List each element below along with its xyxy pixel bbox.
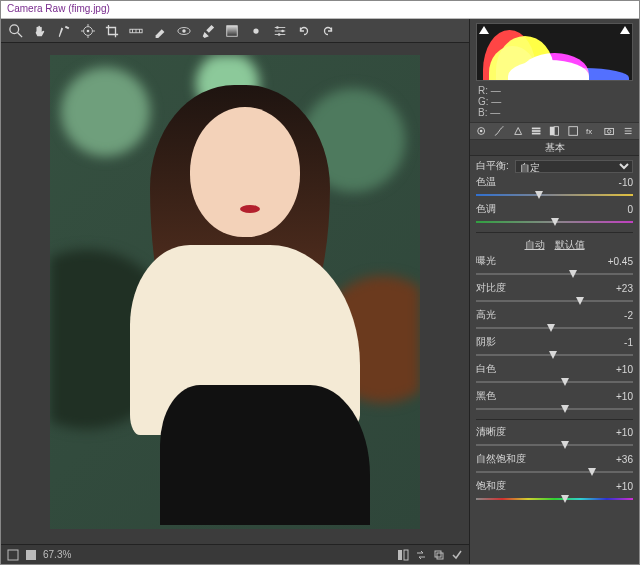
highlight-clip-icon[interactable] xyxy=(620,26,630,34)
detail-tab-icon[interactable] xyxy=(513,125,523,137)
zoom-tool-icon[interactable] xyxy=(9,24,23,38)
svg-rect-33 xyxy=(550,127,554,136)
white-slider[interactable] xyxy=(476,378,633,386)
svg-rect-34 xyxy=(554,127,558,136)
svg-rect-22 xyxy=(8,550,18,560)
shadow-value[interactable]: -1 xyxy=(624,337,633,348)
svg-rect-24 xyxy=(398,550,402,560)
svg-point-19 xyxy=(276,26,279,29)
exposure-slider[interactable] xyxy=(476,270,633,278)
black-value[interactable]: +10 xyxy=(616,391,633,402)
graduated-filter-icon[interactable] xyxy=(225,24,239,38)
svg-point-21 xyxy=(278,33,281,36)
black-slider[interactable] xyxy=(476,405,633,413)
rotate-cw-icon[interactable] xyxy=(321,24,335,38)
tint-label: 色调 xyxy=(476,202,496,216)
svg-rect-32 xyxy=(532,133,541,135)
clarity-value[interactable]: +10 xyxy=(616,427,633,438)
clarity-slider[interactable] xyxy=(476,441,633,449)
adjustment-brush-icon[interactable] xyxy=(201,24,215,38)
svg-line-1 xyxy=(18,32,22,36)
shadow-clip-icon[interactable] xyxy=(479,26,489,34)
highlight-value[interactable]: -2 xyxy=(624,310,633,321)
svg-rect-26 xyxy=(435,551,441,557)
left-pane: 67.3% xyxy=(1,19,469,564)
right-panel: R: — G: — B: — fx 基本 白平衡: 自定 xyxy=(469,19,639,564)
grid-toggle-icon[interactable] xyxy=(7,549,19,561)
svg-point-29 xyxy=(480,130,483,133)
camera-tab-icon[interactable] xyxy=(604,125,614,137)
vibrance-slider[interactable] xyxy=(476,468,633,476)
tint-value[interactable]: 0 xyxy=(627,204,633,215)
white-balance-tool-icon[interactable] xyxy=(57,24,71,38)
curve-tab-icon[interactable] xyxy=(494,125,504,137)
tint-slider[interactable] xyxy=(476,218,633,226)
exposure-label: 曝光 xyxy=(476,254,496,268)
vibrance-label: 自然饱和度 xyxy=(476,452,526,466)
auto-default-row: 自动 默认值 xyxy=(476,238,633,252)
svg-point-0 xyxy=(10,24,19,33)
basic-panel: 白平衡: 自定 色温-10 色调0 自动 默认值 曝光+0.45 对比度+23 … xyxy=(470,156,639,564)
white-value[interactable]: +10 xyxy=(616,364,633,375)
svg-rect-23 xyxy=(26,550,36,560)
single-view-icon[interactable] xyxy=(25,549,37,561)
wb-select[interactable]: 自定 xyxy=(515,160,633,173)
hand-tool-icon[interactable] xyxy=(33,24,47,38)
lens-tab-icon[interactable] xyxy=(568,125,578,137)
svg-point-13 xyxy=(182,29,186,33)
camera-raw-window: Camera Raw (fimg.jpg) xyxy=(0,0,640,565)
clarity-label: 清晰度 xyxy=(476,425,506,439)
svg-rect-25 xyxy=(404,550,408,560)
histogram[interactable] xyxy=(476,23,633,81)
split-tone-tab-icon[interactable] xyxy=(549,125,559,137)
status-bar: 67.3% xyxy=(1,544,469,564)
svg-point-20 xyxy=(281,29,284,32)
contrast-label: 对比度 xyxy=(476,281,506,295)
red-eye-tool-icon[interactable] xyxy=(177,24,191,38)
toggle-mark-icon[interactable] xyxy=(451,549,463,561)
sat-value[interactable]: +10 xyxy=(616,481,633,492)
vibrance-value[interactable]: +36 xyxy=(616,454,633,465)
svg-point-15 xyxy=(253,28,258,33)
panel-title: 基本 xyxy=(470,140,639,156)
svg-point-3 xyxy=(87,29,90,32)
auto-link[interactable]: 自动 xyxy=(525,238,545,252)
svg-rect-35 xyxy=(569,127,578,136)
temp-label: 色温 xyxy=(476,175,496,189)
default-link[interactable]: 默认值 xyxy=(555,238,585,252)
preview-image xyxy=(50,55,420,529)
zoom-level[interactable]: 67.3% xyxy=(43,549,71,560)
shadow-slider[interactable] xyxy=(476,351,633,359)
r-value: R: — xyxy=(478,85,631,96)
temp-value[interactable]: -10 xyxy=(619,177,633,188)
svg-rect-27 xyxy=(437,553,443,559)
basic-tab-icon[interactable] xyxy=(476,125,486,137)
crop-tool-icon[interactable] xyxy=(105,24,119,38)
white-label: 白色 xyxy=(476,362,496,376)
hsl-tab-icon[interactable] xyxy=(531,125,541,137)
copy-settings-icon[interactable] xyxy=(433,549,445,561)
white-balance-row: 白平衡: 自定 xyxy=(476,159,633,173)
before-after-icon[interactable] xyxy=(397,549,409,561)
highlight-label: 高光 xyxy=(476,308,496,322)
canvas-area[interactable] xyxy=(1,43,469,544)
rgb-readout: R: — G: — B: — xyxy=(470,83,639,122)
radial-filter-icon[interactable] xyxy=(249,24,263,38)
window-title: Camera Raw (fimg.jpg) xyxy=(7,3,110,14)
exposure-value[interactable]: +0.45 xyxy=(608,256,633,267)
body: 67.3% xyxy=(1,19,639,564)
sat-slider[interactable] xyxy=(476,495,633,503)
swap-icon[interactable] xyxy=(415,549,427,561)
color-sampler-tool-icon[interactable] xyxy=(81,24,95,38)
straighten-tool-icon[interactable] xyxy=(129,24,143,38)
spot-removal-tool-icon[interactable] xyxy=(153,24,167,38)
fx-tab-icon[interactable]: fx xyxy=(586,125,596,137)
contrast-slider[interactable] xyxy=(476,297,633,305)
temp-slider[interactable] xyxy=(476,191,633,199)
highlight-slider[interactable] xyxy=(476,324,633,332)
b-value: B: — xyxy=(478,107,631,118)
preferences-icon[interactable] xyxy=(273,24,287,38)
contrast-value[interactable]: +23 xyxy=(616,283,633,294)
rotate-ccw-icon[interactable] xyxy=(297,24,311,38)
presets-tab-icon[interactable] xyxy=(623,125,633,137)
